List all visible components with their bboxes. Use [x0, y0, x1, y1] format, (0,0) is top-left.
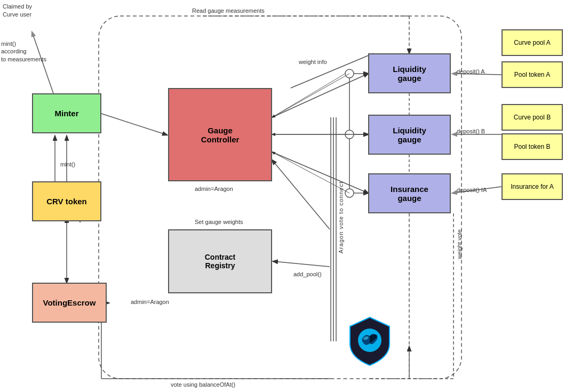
weight-vote-label: weight vote	[456, 229, 463, 259]
insurance-for-a-box: Insurance for A	[502, 173, 563, 200]
minter-box: Minter	[32, 93, 101, 133]
svg-point-13	[345, 189, 354, 197]
liquidity-a-label: Liquidity gauge	[393, 65, 426, 83]
liquidity-b-label: Liquidity gauge	[393, 126, 426, 144]
weight-info-label: weight info	[299, 59, 327, 65]
read-gauge-label: Read gauge measurements	[192, 7, 265, 14]
curve-pool-b-label: Curve pool B	[514, 114, 551, 121]
vote-using-label: vote using balanceOfAt()	[171, 381, 235, 388]
voting-escrow-box: VotingEscrow	[32, 283, 107, 323]
add-pool-label: add_pool()	[293, 271, 322, 277]
contract-registry-label: Contract Registry	[205, 253, 236, 270]
aragon-shield-icon	[346, 315, 394, 363]
svg-line-32	[273, 261, 330, 267]
liquidity-gauge-b-box: Liquidity gauge	[368, 115, 451, 155]
liquidity-gauge-a-box: Liquidity gauge	[368, 53, 451, 93]
insurance-gauge-box: Insurance gauge	[368, 173, 451, 213]
svg-line-7	[272, 152, 368, 193]
contract-registry-box: Contract Registry	[168, 229, 272, 293]
diagram-container: Minter CRV token VotingEscrow Gauge Cont…	[0, 0, 573, 392]
pool-token-a-label: Pool token A	[514, 71, 550, 78]
svg-line-17	[272, 74, 349, 117]
gauge-controller-label: Gauge Controller	[201, 126, 240, 144]
set-gauge-weights-label: Set gauge weights	[195, 219, 243, 225]
claimed-by-label: Claimed by Curve user	[3, 3, 32, 19]
pool-token-a-box: Pool token A	[502, 61, 563, 88]
pool-token-b-box: Pool token B	[502, 133, 563, 160]
crv-token-box: CRV token	[32, 181, 101, 221]
insurance-for-a-label: Insurance for A	[511, 183, 554, 190]
curve-pool-b-box: Curve pool B	[502, 104, 563, 131]
curve-pool-a-label: Curve pool A	[514, 39, 551, 46]
admin-aragon-cr-label: admin=Aragon	[131, 299, 169, 305]
admin-aragon-gc-label: admin=Aragon	[195, 186, 233, 192]
deposit-a-label: deposit() A	[457, 68, 485, 75]
deposit-b-label: deposit() B	[457, 128, 485, 134]
gauge-controller-box: Gauge Controller	[168, 88, 272, 181]
aragon-vote-label: Aragon vote to connect	[338, 181, 344, 253]
deposit-ia-label: deposit() IA	[457, 187, 487, 193]
svg-line-33	[272, 160, 330, 229]
curve-pool-a-box: Curve pool A	[502, 29, 563, 56]
pool-token-b-label: Pool token B	[514, 143, 550, 150]
svg-point-11	[345, 130, 354, 139]
minter-label: Minter	[55, 109, 79, 118]
insurance-gauge-label: Insurance gauge	[391, 185, 428, 203]
mint-according-label: mint() according to measurements	[1, 40, 46, 63]
svg-point-8	[345, 69, 354, 78]
voting-label: VotingEscrow	[43, 298, 96, 307]
svg-line-5	[272, 74, 368, 117]
svg-line-9	[272, 74, 345, 117]
crv-label: CRV token	[46, 197, 87, 206]
mint-label: mint()	[60, 161, 75, 167]
svg-line-42	[101, 114, 167, 135]
